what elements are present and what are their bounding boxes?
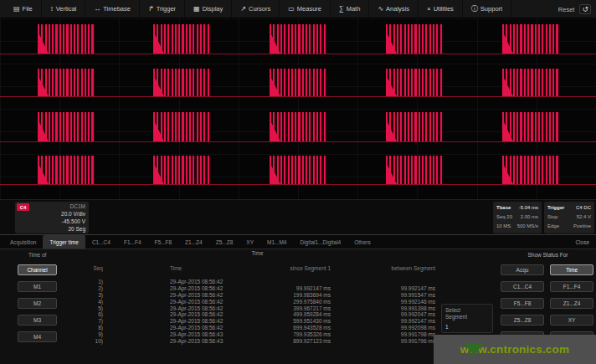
table-row: 10) 29-Apr-2015 08:56:43 899.927123 ms 9…: [80, 338, 435, 345]
burst-ramp: [270, 161, 280, 184]
oscilloscope-app: ▤ File ↕ Vertical ↔ Timebase ↱ Trigger ▦…: [0, 0, 596, 364]
menu-item[interactable]: ▭ Measure: [280, 0, 331, 18]
time-of-label: Time of: [28, 252, 46, 258]
waveform-burst: [270, 69, 327, 96]
burst-ramp: [153, 74, 164, 96]
dialog-tab[interactable]: Trigger time: [43, 235, 85, 249]
source-button[interactable]: M3: [18, 315, 57, 326]
channel-badge: C4: [17, 203, 29, 211]
dialog-tab[interactable]: F1...F4: [117, 235, 148, 249]
show-status-button[interactable]: Z5...Z8: [501, 315, 544, 326]
waveform-burst: [153, 69, 211, 96]
channel-descriptor-c4[interactable]: C4 DC1M 20.0 V/div -45.500 V 20 Seg: [15, 202, 89, 233]
waveform-burst: [153, 112, 211, 141]
dialog-tab[interactable]: Digital1...Digital4: [293, 235, 347, 249]
burst-ramp: [386, 31, 397, 54]
menu-item-label: Measure: [297, 5, 321, 13]
menu-item[interactable]: ∿ Analysis: [369, 0, 419, 18]
waveform-burst: [38, 69, 95, 96]
menu-item[interactable]: ⓘ Support: [463, 0, 511, 18]
menu-item-label: Trigger: [157, 5, 176, 13]
undo-icon[interactable]: ↺: [579, 4, 591, 14]
show-status-button[interactable]: Time: [550, 264, 593, 275]
menu-item[interactable]: ▤ File: [5, 0, 42, 18]
show-status-button[interactable]: C1...C4: [501, 281, 544, 292]
menu-item[interactable]: ↔ Timebase: [85, 0, 140, 18]
select-segment-field[interactable]: Select Segment 1: [441, 304, 493, 333]
source-button[interactable]: M2: [18, 298, 57, 309]
trigger-descriptor[interactable]: Trigger C4 DC Stop 52.4 V Edge Positive: [544, 202, 594, 233]
show-status-button[interactable]: Z1...Z4: [550, 298, 593, 309]
show-status-button[interactable]: Acqu: [501, 264, 544, 275]
table-row: 3) 29-Apr-2015 08:56:42 199.983694 ms 99…: [80, 292, 435, 299]
menu-item-icon: ⓘ: [471, 4, 478, 13]
menu-item-icon: ▭: [288, 5, 295, 13]
burst-ramp: [386, 119, 397, 141]
burst-ramp: [38, 119, 49, 141]
dialog-tab[interactable]: XY: [239, 235, 260, 249]
menu-item-icon: ↗: [240, 5, 246, 13]
show-status-button[interactable]: F5...F8: [501, 298, 544, 309]
source-buttons: ChannelM1M2M3M4: [18, 264, 57, 342]
col-seq: Seq: [80, 265, 103, 272]
waveform-burst: [270, 24, 327, 54]
reset-button[interactable]: Reset: [558, 6, 575, 13]
table-row: 9) 29-Apr-2015 08:56:43 799.935326 ms 99…: [80, 331, 435, 338]
timebase-row: 10 MS 500 MS/s: [496, 222, 538, 231]
menu-item[interactable]: × Utilities: [419, 0, 463, 18]
burst-ramp: [38, 161, 49, 184]
timebase-row: Seq 20 2.00 ms: [496, 213, 538, 222]
dialog-tab[interactable]: M1...M4: [260, 235, 293, 249]
menu-item-label: Math: [347, 5, 361, 13]
close-button[interactable]: Close: [575, 235, 589, 249]
waveform-burst: [386, 156, 444, 184]
burst-ramp: [270, 119, 280, 141]
dialog-tab[interactable]: Acquisition: [3, 235, 43, 249]
menu-item-label: Vertical: [56, 5, 77, 13]
menu-item-icon: ↔: [94, 5, 100, 13]
trace-baseline: [0, 184, 596, 185]
waveform-area[interactable]: [0, 18, 596, 199]
source-button[interactable]: Channel: [18, 264, 57, 275]
menu-item[interactable]: ↱ Trigger: [140, 0, 185, 18]
channel-coupling: DC1M: [61, 203, 85, 210]
burst-ramp: [153, 31, 164, 54]
dialog-tab[interactable]: Others: [347, 235, 378, 249]
source-button[interactable]: M4: [18, 331, 57, 342]
menu-item[interactable]: ↗ Cursors: [232, 0, 280, 18]
menu-item-label: File: [23, 5, 33, 13]
show-status-button[interactable]: XY: [550, 315, 593, 326]
menu-item-label: Display: [203, 5, 224, 13]
col-since: since Segment 1: [262, 265, 331, 272]
table-row: 8) 29-Apr-2015 08:56:42 699.943528 ms 99…: [80, 325, 435, 331]
waveform-burst: [270, 112, 327, 141]
source-button[interactable]: M1: [18, 281, 57, 292]
triangle-icon: [464, 343, 484, 356]
trigger-row: Stop 52.4 V: [547, 213, 591, 222]
trace-baseline: [0, 96, 596, 97]
table-row: 4) 29-Apr-2015 08:56:42 299.975840 ms 99…: [80, 299, 435, 305]
dialog-tab[interactable]: Z1...Z4: [178, 235, 209, 249]
burst-ramp: [270, 74, 280, 96]
table-row: 6) 29-Apr-2015 08:56:42 499.959284 ms 99…: [80, 311, 435, 318]
timebase-row: Tbase -5.04 ms: [496, 203, 538, 213]
table-section-title: Time: [80, 250, 435, 256]
menu-item[interactable]: ∑ Math: [331, 0, 369, 18]
watermark: www.cntronics.com: [434, 335, 596, 364]
menu-item-icon: ×: [427, 5, 431, 13]
menu-item-icon: ∿: [378, 5, 383, 13]
menu-bar: ▤ File ↕ Vertical ↔ Timebase ↱ Trigger ▦…: [0, 0, 596, 18]
menu-item[interactable]: ▦ Display: [185, 0, 232, 18]
menu-item-label: Timebase: [103, 5, 131, 13]
menu-item[interactable]: ↕ Vertical: [42, 0, 86, 18]
select-segment-value[interactable]: 1: [445, 324, 489, 330]
dialog-tab[interactable]: Z5...Z8: [209, 235, 240, 249]
dialog-tab[interactable]: F5...F8: [148, 235, 179, 249]
dialog-tab[interactable]: C1...C4: [85, 235, 117, 249]
timebase-descriptor[interactable]: Tbase -5.04 ms Seq 20 2.00 ms 10 MS 500 …: [493, 202, 542, 233]
trace-baseline: [0, 141, 596, 142]
menu-item-icon: ↕: [50, 5, 54, 13]
show-status-button[interactable]: F1...F4: [550, 281, 593, 292]
table-body: 1) 29-Apr-2015 08:56:42 2) 29-Apr-2015 0…: [80, 279, 435, 345]
waveform-burst: [153, 156, 211, 184]
